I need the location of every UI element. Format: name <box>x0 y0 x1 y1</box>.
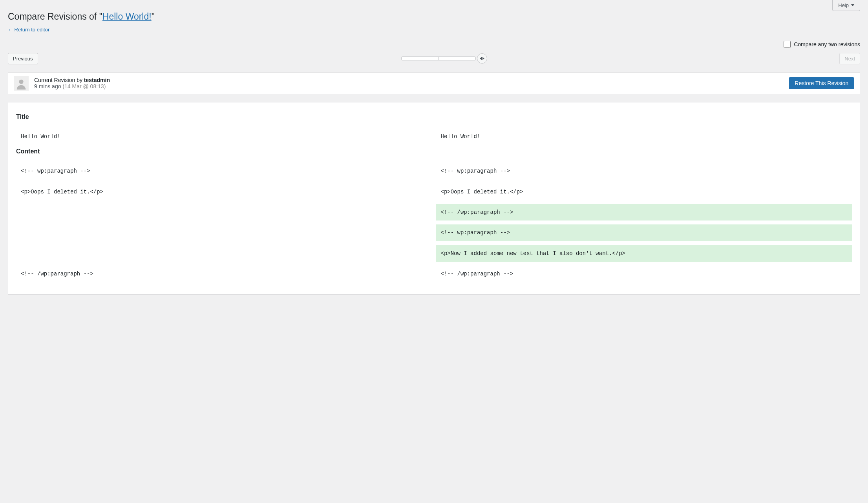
diff-cell-right: <!-- /wp:paragraph --> <box>436 266 852 282</box>
svg-point-0 <box>19 80 23 84</box>
restore-revision-button[interactable]: Restore This Revision <box>789 77 854 89</box>
diff-section-heading: Title <box>16 113 852 120</box>
diff-section: TitleHello World!Hello World! <box>16 113 852 145</box>
page-title: Compare Revisions of "Hello World!" <box>8 11 860 23</box>
diff-cell-left <box>16 204 432 221</box>
revision-header: Current Revision by testadmin 9 mins ago… <box>8 72 860 94</box>
revision-author: testadmin <box>84 77 110 83</box>
revision-author-line: Current Revision by testadmin <box>34 77 110 83</box>
compare-any-two-label: Compare any two revisions <box>794 41 860 47</box>
diff-cell-left <box>16 245 432 262</box>
previous-button[interactable]: Previous <box>8 53 38 64</box>
avatar <box>14 76 29 91</box>
diff-cell-right: <!-- wp:paragraph --> <box>436 224 852 241</box>
diff-cell-left: <!-- wp:paragraph --> <box>16 163 432 179</box>
diff-cell-right: Hello World! <box>436 128 852 145</box>
revision-timestamp: (14 Mar @ 08:13) <box>62 83 106 89</box>
diff-cell-left: <!-- /wp:paragraph --> <box>16 266 432 282</box>
diff-cell-left: <p>Oops I deleted it.</p> <box>16 184 432 200</box>
slider-tick <box>439 56 439 60</box>
diff-container: TitleHello World!Hello World!Content<!--… <box>8 102 860 295</box>
chevron-down-icon <box>851 4 854 6</box>
revision-prefix: Current Revision by <box>34 77 84 83</box>
person-icon <box>15 77 28 91</box>
diff-cell-right: <!-- wp:paragraph --> <box>436 163 852 179</box>
diff-cell-right: <!-- /wp:paragraph --> <box>436 204 852 221</box>
page-title-prefix: Compare Revisions of " <box>8 11 102 22</box>
arrow-left-icon <box>480 57 482 60</box>
revision-time-ago: 9 mins ago <box>34 83 61 89</box>
diff-cell-right: <p>Oops I deleted it.</p> <box>436 184 852 200</box>
compare-any-two-checkbox[interactable] <box>784 41 791 48</box>
next-button: Next <box>839 53 860 64</box>
slider-track[interactable] <box>401 56 476 60</box>
help-button[interactable]: Help <box>832 0 860 11</box>
help-label: Help <box>838 2 849 8</box>
arrow-right-icon <box>482 57 484 60</box>
revision-slider[interactable] <box>38 56 840 60</box>
revision-time-line: 9 mins ago (14 Mar @ 08:13) <box>34 83 110 89</box>
diff-section-heading: Content <box>16 148 852 155</box>
diff-grid: Hello World!Hello World! <box>16 128 852 145</box>
diff-grid: <!-- wp:paragraph --><!-- wp:paragraph -… <box>16 163 852 282</box>
diff-cell-left <box>16 224 432 241</box>
return-to-editor-link[interactable]: ← Return to editor <box>8 27 49 33</box>
post-title-link[interactable]: Hello World! <box>102 11 152 22</box>
slider-handle[interactable] <box>477 53 487 64</box>
diff-cell-right: <p>Now I added some new test that I also… <box>436 245 852 262</box>
page-title-suffix: " <box>152 11 155 22</box>
diff-cell-left: Hello World! <box>16 128 432 145</box>
diff-section: Content<!-- wp:paragraph --><!-- wp:para… <box>16 148 852 282</box>
